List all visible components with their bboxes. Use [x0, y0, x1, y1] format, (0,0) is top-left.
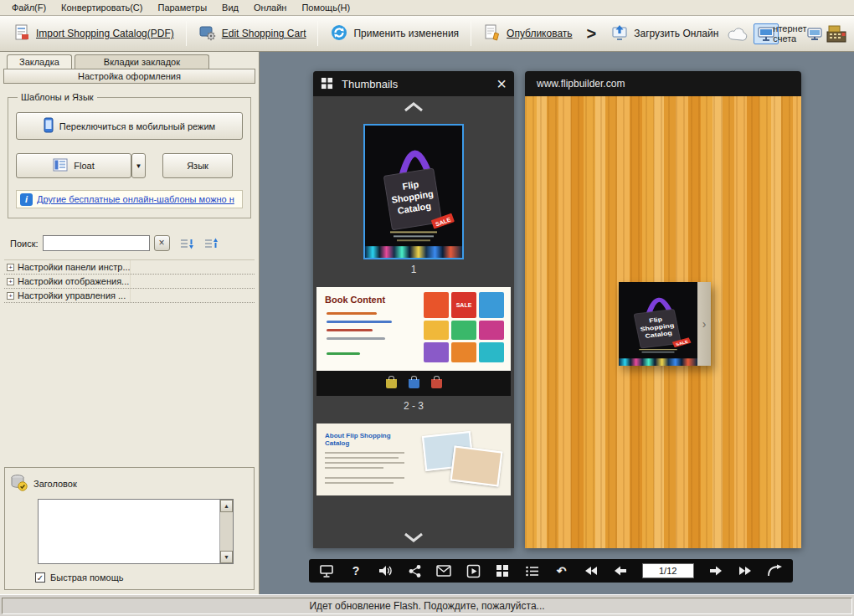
upload-icon	[610, 23, 629, 44]
import-pdf-button[interactable]: Import Shopping Catalog(PDF)	[5, 19, 182, 48]
expand-plus-icon[interactable]: +	[7, 264, 14, 271]
tab-bookmark-tabs[interactable]: Вкладки закладок	[75, 54, 209, 69]
scroll-up-chevron-icon[interactable]	[403, 102, 424, 114]
tree-item-label: Настройки панели инстр...	[18, 262, 131, 272]
close-icon[interactable]: ×	[496, 76, 507, 91]
cloud-icon[interactable]	[726, 25, 751, 42]
publish-button[interactable]: Опубликовать	[476, 19, 579, 48]
tree-item-control-settings[interactable]: + Настройки управления ...	[4, 289, 255, 303]
apply-changes-button[interactable]: Применить изменения	[322, 19, 466, 48]
menu-file[interactable]: Файл(F)	[5, 1, 53, 14]
spread-bottom-band	[316, 371, 511, 396]
book-cover[interactable]: Flip Shopping Catalog SALE	[619, 282, 711, 366]
thumbnail-page-1[interactable]: Flip Shopping Catalog SALE	[363, 124, 464, 259]
thumbnail-label-1: 1	[411, 264, 417, 275]
cash-register-icon[interactable]	[826, 24, 847, 44]
preview-url: www.flipbuilder.com	[537, 78, 625, 90]
menu-online[interactable]: Онлайн	[247, 1, 293, 14]
next-page-icon[interactable]	[708, 565, 723, 577]
edit-cart-button[interactable]: Edit Shopping Cart	[191, 19, 314, 48]
menu-view[interactable]: Вид	[215, 1, 245, 14]
publish-label: Опубликовать	[507, 28, 572, 39]
clear-search-icon[interactable]: ×	[154, 235, 170, 251]
prev-page-icon[interactable]	[613, 565, 628, 577]
title-textarea[interactable]: ▲ ▼	[38, 499, 234, 564]
textarea-scrollbar[interactable]: ▲ ▼	[219, 500, 233, 563]
chevron-down-icon: ▼	[136, 162, 142, 170]
upload-online-button[interactable]: Загрузить Онлайн	[603, 19, 726, 48]
scroll-down-icon[interactable]: ▼	[220, 551, 233, 563]
photo-thumb	[450, 446, 503, 487]
preview-url-bar: www.flipbuilder.com	[525, 71, 801, 96]
quick-help-checkbox[interactable]: ✓	[35, 572, 45, 583]
import-pdf-label: Import Shopping Catalog(PDF)	[36, 28, 174, 39]
page45-title: About Flip Shopping Catalog	[325, 432, 409, 447]
page-edge-flip-hint[interactable]: ›	[697, 282, 711, 366]
expand-plus-icon[interactable]: +	[7, 292, 14, 300]
scroll-down-chevron-icon[interactable]	[403, 532, 424, 544]
tree-item-display-settings[interactable]: + Настройки отображения...	[4, 275, 255, 289]
collapse-all-icon[interactable]	[179, 237, 194, 250]
template-dropdown-button[interactable]: ▼	[131, 153, 146, 178]
thumbnails-list: Flip Shopping Catalog SALE	[313, 96, 514, 548]
slideshow-icon[interactable]	[466, 564, 481, 578]
float-label: Float	[74, 161, 94, 171]
scroll-up-icon[interactable]: ▲	[220, 500, 233, 512]
status-bar: Идет обновление Flash. Подождите, пожалу…	[0, 594, 854, 616]
thumbnail-pages-2-3[interactable]: Book Content SALE	[316, 287, 511, 396]
thumbnails-icon[interactable]	[495, 564, 510, 578]
share-icon[interactable]	[407, 564, 422, 578]
toc-icon[interactable]	[524, 565, 539, 578]
first-page-icon[interactable]	[584, 565, 599, 577]
bag-icon	[431, 379, 442, 388]
undo-icon[interactable]: ↶	[554, 564, 569, 578]
book-preview-panel: www.flipbuilder.com Flip Shopping	[525, 71, 801, 548]
templates-info-row: i Другие бесплатные онлайн-шаблоны можно…	[16, 190, 243, 208]
edit-cart-icon	[198, 23, 217, 44]
sound-icon[interactable]	[378, 564, 393, 578]
spread-title: Book Content	[325, 295, 385, 305]
page-indicator[interactable]: 1/12	[642, 563, 694, 578]
menu-convert[interactable]: Конвертировать(C)	[54, 1, 149, 14]
help-icon[interactable]: ?	[348, 564, 363, 578]
app-window: Файл(F) Конвертировать(C) Параметры Вид …	[0, 0, 854, 616]
overflow-chevron-icon: >	[580, 24, 604, 44]
thumbnail-pages-4-5[interactable]: About Flip Shopping Catalog	[316, 424, 511, 495]
toolbar-separator	[186, 21, 187, 46]
switch-mobile-button[interactable]: Переключиться в мобильный режим	[16, 112, 243, 140]
chevron-right-icon: ›	[702, 317, 707, 331]
menu-options[interactable]: Параметры	[151, 1, 214, 14]
tab-design-settings[interactable]: Настройка оформления	[3, 69, 255, 84]
last-page-icon[interactable]	[738, 565, 753, 577]
book-stage: Flip Shopping Catalog SALE	[525, 96, 801, 548]
settings-sidebar: Закладка Вкладки закладок Настройка офор…	[0, 52, 260, 594]
tree-item-toolbar-settings[interactable]: + Настройки панели инстр...	[4, 260, 255, 275]
menu-help[interactable]: Помощь(Н)	[295, 1, 357, 14]
edit-cart-label: Edit Shopping Cart	[222, 28, 306, 39]
expand-plus-icon[interactable]: +	[7, 278, 14, 285]
language-button[interactable]: Язык	[162, 153, 233, 178]
internet-accounts-label: нтернет счета	[773, 23, 826, 44]
sidebar-tabs: Закладка Вкладки закладок	[3, 54, 256, 69]
bag-icon	[409, 379, 419, 388]
email-icon[interactable]	[436, 565, 451, 577]
search-label: Поиск:	[10, 239, 39, 249]
expand-all-icon[interactable]	[203, 237, 219, 250]
settings-tree: + Настройки панели инстр... + Настройки …	[4, 259, 255, 303]
templates-language-group: Шаблоны и Язык Переключиться в мобильный…	[8, 92, 251, 218]
search-input[interactable]	[43, 235, 150, 251]
flip-corner-icon[interactable]	[767, 564, 783, 578]
upload-online-label: Загрузить Онлайн	[634, 28, 718, 39]
thumbnails-title: Thumbnails	[342, 78, 488, 90]
free-templates-link[interactable]: Другие бесплатные онлайн-шаблоны можно н	[37, 194, 234, 204]
language-label: Язык	[187, 161, 208, 171]
status-text: Идет обновление Flash. Подождите, пожалу…	[309, 600, 544, 612]
import-pdf-icon	[13, 23, 31, 44]
menu-bar: Файл(F) Конвертировать(C) Параметры Вид …	[0, 0, 854, 16]
tab-bookmark[interactable]: Закладка	[7, 54, 72, 69]
float-template-button[interactable]: Float	[16, 153, 131, 178]
preview-area: Thumbnails ×	[260, 52, 854, 594]
fullscreen-icon[interactable]	[319, 564, 334, 578]
bag-icon	[386, 379, 397, 388]
spread-stickers: SALE	[424, 292, 504, 362]
